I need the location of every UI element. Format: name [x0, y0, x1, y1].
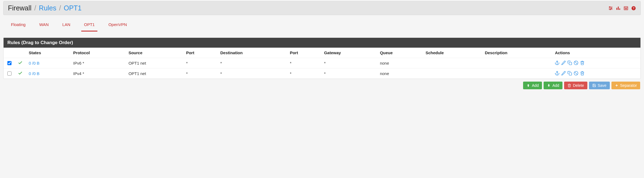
help-icon[interactable]: ? [631, 6, 636, 11]
disable-icon[interactable] [574, 71, 578, 76]
svg-point-15 [557, 61, 558, 62]
destination-value: * [217, 68, 287, 79]
button-label: Add [532, 83, 539, 88]
svg-line-24 [575, 72, 578, 74]
tab-openvpn[interactable]: OpenVPN [106, 20, 130, 31]
col-gateway: Gateway [321, 48, 377, 58]
dport-value: * [287, 68, 321, 79]
footer-buttons: Add Add Delete Save Separator [3, 79, 641, 93]
col-schedule: Schedule [423, 48, 482, 58]
add-top-button[interactable]: Add [523, 82, 542, 89]
svg-text:?: ? [633, 6, 634, 10]
tab-lan[interactable]: LAN [60, 20, 73, 31]
trash-icon [567, 84, 571, 87]
col-source: Source [126, 48, 184, 58]
svg-point-5 [610, 9, 611, 10]
svg-rect-7 [618, 7, 619, 10]
source-value: OPT1 net [126, 68, 184, 79]
col-destination: Destination [217, 48, 287, 58]
protocol-value: IPv4 * [71, 68, 126, 79]
log-icon[interactable] [623, 6, 628, 11]
breadcrumb-separator: / [59, 4, 61, 12]
plus-icon [615, 84, 619, 87]
copy-icon[interactable] [567, 61, 572, 66]
bar-chart-icon[interactable] [616, 6, 621, 11]
button-label: Delete [573, 83, 584, 88]
svg-rect-8 [619, 8, 620, 10]
toolbar-icons: ? [608, 6, 636, 11]
description-value [482, 68, 552, 79]
schedule-value [423, 58, 482, 68]
trash-icon[interactable] [580, 71, 585, 76]
col-dport: Port [287, 48, 321, 58]
save-icon [592, 84, 596, 87]
col-actions: Actions [552, 48, 640, 58]
table-header-row: States Protocol Source Port Destination … [4, 48, 640, 58]
svg-point-3 [610, 7, 610, 7]
svg-rect-6 [616, 8, 617, 10]
button-label: Add [552, 83, 559, 88]
table-row[interactable]: 0 /0 B IPv4 * OPT1 net * * * * none [4, 68, 640, 79]
states-value[interactable]: 0 /0 B [29, 71, 39, 76]
edit-icon[interactable] [561, 61, 566, 66]
button-label: Save [598, 83, 607, 88]
tab-wan[interactable]: WAN [36, 20, 51, 31]
tab-floating[interactable]: Floating [8, 20, 28, 31]
pass-icon [18, 72, 23, 76]
col-protocol: Protocol [71, 48, 126, 58]
svg-point-4 [611, 8, 612, 8]
breadcrumb-bar: Firewall / Rules / OPT1 ? [3, 1, 641, 15]
svg-line-19 [575, 61, 578, 64]
protocol-value: IPv6 * [71, 58, 126, 68]
interface-tabs: Floating WAN LAN OPT1 OpenVPN [3, 15, 641, 31]
source-value: OPT1 net [126, 58, 184, 68]
arrow-up-icon [526, 84, 530, 87]
schedule-value [423, 68, 482, 79]
col-sport: Port [183, 48, 217, 58]
svg-rect-22 [569, 73, 572, 75]
rules-table: States Protocol Source Port Destination … [4, 48, 640, 79]
col-states: States [26, 48, 71, 58]
dport-value: * [287, 58, 321, 68]
sport-value: * [183, 58, 217, 68]
sport-value: * [183, 68, 217, 79]
edit-icon[interactable] [561, 71, 566, 76]
col-queue: Queue [377, 48, 423, 58]
svg-point-20 [557, 71, 558, 72]
sliders-icon[interactable] [608, 6, 613, 11]
separator-button[interactable]: Separator [611, 82, 640, 89]
queue-value: none [377, 58, 423, 68]
save-button[interactable]: Save [589, 82, 610, 89]
disable-icon[interactable] [574, 61, 578, 66]
gateway-value: * [321, 68, 377, 79]
col-checkbox [4, 48, 15, 58]
queue-value: none [377, 68, 423, 79]
gateway-value: * [321, 58, 377, 68]
copy-icon[interactable] [567, 71, 572, 76]
table-row[interactable]: 0 /0 B IPv6 * OPT1 net * * * * none [4, 58, 640, 68]
anchor-icon[interactable] [555, 71, 559, 76]
add-bottom-button[interactable]: Add [544, 82, 562, 89]
trash-icon[interactable] [580, 61, 585, 66]
breadcrumb: Firewall / Rules / OPT1 [8, 4, 82, 12]
row-checkbox[interactable] [7, 61, 11, 65]
description-value [482, 58, 552, 68]
row-checkbox[interactable] [7, 71, 11, 76]
row-actions [555, 61, 638, 66]
breadcrumb-root: Firewall [8, 4, 31, 12]
button-label: Separator [620, 83, 637, 88]
destination-value: * [217, 58, 287, 68]
row-actions [555, 71, 638, 76]
breadcrumb-link-interface[interactable]: OPT1 [64, 4, 82, 12]
breadcrumb-link-rules[interactable]: Rules [39, 4, 56, 12]
panel-title: Rules (Drag to Change Order) [4, 38, 640, 48]
delete-button[interactable]: Delete [564, 82, 587, 89]
states-value[interactable]: 0 /0 B [29, 61, 39, 65]
col-description: Description [482, 48, 552, 58]
pass-icon [18, 61, 23, 66]
tab-opt1[interactable]: OPT1 [81, 20, 97, 31]
col-status [15, 48, 26, 58]
svg-rect-17 [569, 62, 572, 65]
anchor-icon[interactable] [555, 61, 559, 66]
rules-panel: Rules (Drag to Change Order) States Prot… [3, 38, 641, 79]
